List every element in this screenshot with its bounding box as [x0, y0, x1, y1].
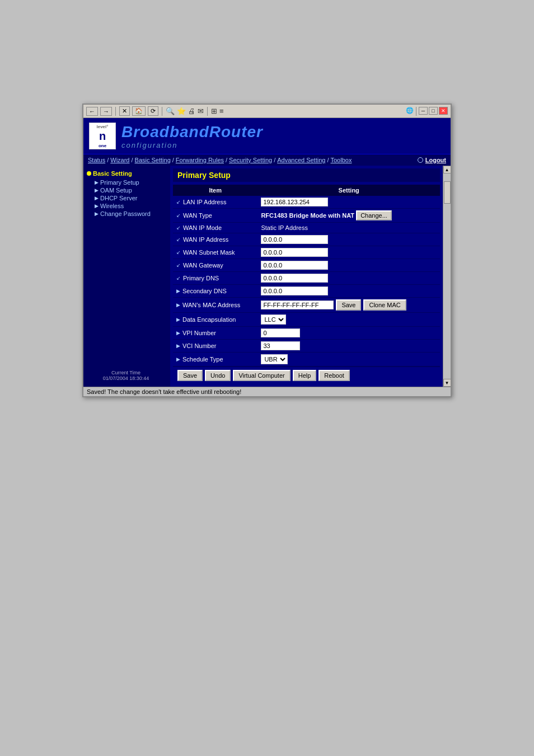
row-arrow-icon: ↙ [176, 275, 181, 281]
table-row: ↙ Primary DNS [173, 272, 440, 285]
sidebar-arrow-icon: ▶ [95, 180, 99, 185]
row-arrow-icon: ▶ [176, 317, 180, 322]
sidebar-section-label: Basic Setting [93, 170, 132, 177]
forward-button[interactable]: → [100, 107, 112, 116]
secondary-dns-input[interactable] [261, 287, 328, 295]
nav-status[interactable]: Status [88, 157, 105, 163]
settings-table: Item Setting ↙ LA [173, 185, 440, 367]
sidebar-item-dhcp-server[interactable]: ▶ DHCP Server [87, 194, 167, 202]
row-arrow-icon: ↙ [176, 213, 181, 218]
reboot-button[interactable]: Reboot [318, 370, 349, 381]
vci-input[interactable] [261, 341, 300, 350]
change-button[interactable]: Change... [356, 210, 392, 220]
nav-forwarding[interactable]: Forwarding Rules [176, 157, 224, 163]
table-row: ▶ VPI Number [173, 327, 440, 340]
status-bar: Saved! The change doesn't take effective… [83, 387, 451, 396]
sidebar-arrow-icon: ▶ [95, 203, 99, 209]
mac-row: Save Clone MAC [261, 299, 437, 311]
wan-mac-input[interactable] [261, 300, 334, 309]
grid-icon[interactable]: ⊞ [211, 107, 217, 115]
content-scroll-area: Primary Setup Item Setting [170, 166, 443, 387]
window-controls: 🌐 ─ □ ✕ [406, 107, 448, 116]
table-row: ↙ WAN Type RFC1483 Bridge Mode with NAT … [173, 209, 440, 223]
schedule-type-select[interactable]: UBR CBR VBR [261, 354, 288, 364]
scroll-down-arrow[interactable]: ▼ [443, 379, 451, 387]
table-row: ▶ WAN's MAC Address Save Clone [173, 298, 440, 313]
restore-button[interactable]: □ [429, 107, 438, 115]
row-label-lan-ip: ↙ LAN IP Address [173, 196, 257, 209]
row-arrow-icon: ▶ [176, 330, 180, 336]
table-row: ↙ WAN Subnet Mask [173, 246, 440, 259]
scrollbar[interactable]: ▲ ▼ [443, 166, 451, 387]
mac-save-button[interactable]: Save [336, 299, 361, 311]
table-row: ↙ WAN IP Mode Static IP Address [173, 223, 440, 233]
clone-mac-button[interactable]: Clone MAC [363, 299, 406, 311]
home-button[interactable]: 🏠 [132, 106, 146, 116]
sidebar-item-label: OAM Setup [100, 187, 132, 194]
col-item: Item [173, 185, 257, 196]
sidebar-item-label: Primary Setup [100, 179, 139, 186]
row-label-wan-mac: ▶ WAN's MAC Address [173, 298, 257, 313]
row-arrow-icon: ↙ [176, 250, 181, 255]
help-button[interactable]: Help [293, 370, 317, 381]
table-row: ↙ WAN IP Address [173, 233, 440, 246]
close-button[interactable]: ✕ [439, 107, 448, 115]
wan-gateway-input[interactable] [261, 261, 328, 270]
back-button[interactable]: ← [86, 107, 98, 116]
nav-advanced[interactable]: Advanced Setting [277, 157, 325, 163]
router-header: level° n one BroadbandRouter configurati… [83, 118, 451, 154]
wan-ip-input[interactable] [261, 235, 328, 244]
row-label-secondary-dns: ▶ Secondary DNS [173, 285, 257, 298]
sidebar-time: Current Time 01/07/2004 18:30:44 [87, 370, 165, 381]
table-row: ↙ LAN IP Address [173, 196, 440, 209]
logo-one: one [99, 143, 106, 148]
nav-basic-setting[interactable]: Basic Setting [135, 157, 171, 163]
mail-icon[interactable]: ✉ [198, 107, 204, 115]
toolbar-separator2 [162, 107, 162, 116]
row-arrow-icon: ↙ [176, 225, 181, 231]
sidebar-item-primary-setup[interactable]: ▶ Primary Setup [87, 179, 167, 186]
save-button[interactable]: Save [177, 370, 203, 381]
row-setting-data-encap: LLC VC [257, 313, 440, 327]
sidebar-item-change-password[interactable]: ▶ Change Password [87, 210, 167, 218]
row-setting-wan-mac: Save Clone MAC [257, 298, 440, 313]
nav-wizard[interactable]: Wizard [110, 157, 129, 163]
vpi-input[interactable] [261, 328, 300, 337]
minimize-button[interactable]: ─ [419, 107, 428, 115]
scroll-thumb[interactable] [444, 181, 451, 204]
row-label-wan-ip-mode: ↙ WAN IP Mode [173, 223, 257, 233]
logout-radio [418, 157, 423, 163]
nav-security[interactable]: Security Setting [229, 157, 272, 163]
wan-subnet-input[interactable] [261, 248, 328, 257]
content-area: Primary Setup Item Setting [170, 166, 451, 387]
favorites-icon[interactable]: ⭐ [177, 107, 186, 115]
nav-bar: Status / Wizard / Basic Setting / Forwar… [83, 154, 451, 166]
virtual-computer-button[interactable]: Virtual Computer [233, 370, 290, 381]
scroll-up-arrow[interactable]: ▲ [443, 166, 451, 173]
print-icon[interactable]: 🖨 [188, 107, 195, 115]
logout-group: Logout [418, 157, 446, 163]
primary-dns-input[interactable] [261, 274, 328, 283]
sidebar-item-wireless[interactable]: ▶ Wireless [87, 202, 167, 210]
sidebar: Basic Setting ▶ Primary Setup ▶ OAM Setu… [83, 166, 170, 387]
row-arrow-icon: ▶ [176, 302, 180, 308]
row-label-data-encap: ▶ Data Encapsulation [173, 313, 257, 327]
win-icon: 🌐 [406, 107, 414, 116]
panel-title: Primary Setup [173, 168, 440, 182]
refresh-button[interactable]: ⟳ [148, 106, 158, 116]
sidebar-section-basic: Basic Setting ▶ Primary Setup ▶ OAM Setu… [87, 170, 167, 218]
search-icon[interactable]: 🔍 [166, 107, 175, 115]
nav-toolbox[interactable]: Toolbox [330, 157, 352, 163]
data-encap-select[interactable]: LLC VC [261, 314, 286, 325]
sidebar-item-label: Change Password [100, 210, 151, 217]
row-setting-wan-ip-mode: Static IP Address [257, 223, 440, 233]
stop-button[interactable]: ✕ [119, 106, 130, 116]
sidebar-item-oam-setup[interactable]: ▶ OAM Setup [87, 186, 167, 194]
menu-icon[interactable]: ≡ [219, 107, 224, 115]
row-arrow-icon: ↙ [176, 237, 181, 242]
logout-button[interactable]: Logout [425, 157, 446, 163]
lan-ip-input[interactable] [261, 198, 328, 206]
undo-button[interactable]: Undo [205, 370, 231, 381]
row-arrow-icon: ▶ [176, 343, 180, 349]
sidebar-item-label: DHCP Server [100, 195, 137, 201]
